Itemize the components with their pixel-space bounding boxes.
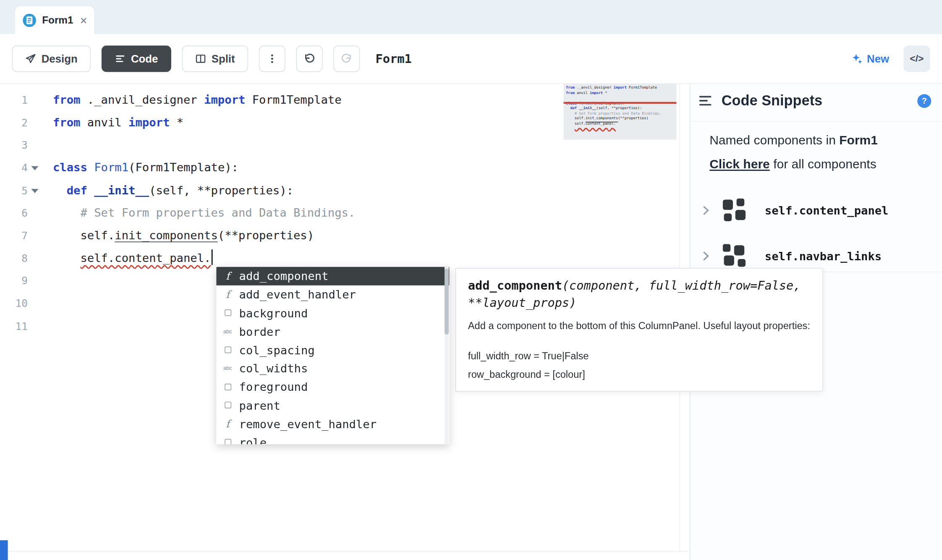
code-toggle-button[interactable]: </> bbox=[903, 46, 930, 72]
component-label: self.navbar_links bbox=[765, 249, 882, 262]
autocomplete-label: col_widths bbox=[239, 362, 308, 375]
new-button-label: New bbox=[867, 52, 889, 65]
doc-property-line: full_width_row = True|False bbox=[468, 350, 811, 361]
autocomplete-item-remove_event_handler[interactable]: fremove_event_handler bbox=[216, 414, 449, 433]
more-options-button[interactable] bbox=[259, 46, 285, 72]
help-icon[interactable]: ? bbox=[917, 94, 931, 108]
design-button[interactable]: Design bbox=[12, 46, 91, 72]
property-icon bbox=[220, 310, 236, 317]
autocomplete-label: role bbox=[239, 436, 267, 445]
minimap[interactable]: from ._anvil_designer import Form1Templa… bbox=[563, 84, 676, 140]
autocomplete-item-col_spacing[interactable]: col_spacing bbox=[216, 341, 449, 359]
method-icon: f bbox=[220, 418, 236, 430]
form-title: Form1 bbox=[375, 52, 411, 66]
snippets-title: Code Snippets bbox=[722, 92, 822, 109]
code-line: self.content_panel. bbox=[53, 247, 689, 270]
autocomplete-item-add_component[interactable]: fadd_component bbox=[216, 267, 449, 285]
undo-button[interactable] bbox=[296, 46, 323, 72]
method-icon: f bbox=[220, 270, 236, 282]
autocomplete-item-border[interactable]: abcborder bbox=[216, 322, 449, 341]
line-number: 11 bbox=[16, 320, 28, 332]
snippets-header: Code Snippets ? bbox=[690, 88, 942, 114]
autocomplete-label: background bbox=[239, 306, 308, 319]
named-components-form: Form1 bbox=[839, 133, 878, 147]
toolbar-right-group: New </> bbox=[852, 46, 930, 72]
redo-button[interactable] bbox=[333, 46, 360, 72]
autocomplete-scrollbar-thumb[interactable] bbox=[445, 269, 449, 335]
line-number: 9 bbox=[21, 275, 28, 287]
line-number: 6 bbox=[21, 207, 28, 219]
doc-tooltip: add_component(component, full_width_row=… bbox=[455, 268, 823, 391]
content-panel-icon bbox=[723, 199, 747, 222]
code-icon bbox=[115, 53, 126, 64]
autocomplete-item-add_event_handler[interactable]: fadd_event_handler bbox=[216, 285, 449, 304]
property-icon bbox=[220, 402, 236, 409]
doc-signature: add_component(component, full_width_row=… bbox=[468, 277, 811, 312]
autocomplete-item-col_widths[interactable]: abccol_widths bbox=[216, 359, 449, 378]
minimap-code: from ._anvil_designer import Form1Templa… bbox=[563, 84, 676, 140]
autocomplete-item-background[interactable]: background bbox=[216, 304, 449, 322]
property-icon bbox=[220, 439, 236, 445]
kebab-menu-icon bbox=[267, 53, 277, 64]
code-button-label: Code bbox=[131, 52, 158, 65]
snippets-header-divider bbox=[690, 121, 942, 122]
sparkle-icon bbox=[852, 53, 863, 64]
property-icon bbox=[220, 347, 236, 353]
property-icon bbox=[220, 384, 236, 390]
close-icon[interactable]: × bbox=[80, 14, 87, 26]
split-view-icon bbox=[195, 53, 206, 64]
app-window: Form1 × Design Code Split bbox=[0, 0, 942, 560]
line-number: 4 bbox=[21, 162, 28, 174]
all-components-line: Click here for all components bbox=[709, 157, 877, 171]
component-row-content-panel[interactable]: self.content_panel bbox=[690, 188, 942, 233]
line-number: 5 bbox=[21, 184, 28, 196]
form-icon bbox=[22, 13, 37, 27]
named-components-prefix: Named components in bbox=[709, 133, 839, 147]
tab-title: Form1 bbox=[42, 14, 73, 26]
doc-description: Add a component to the bottom of this Co… bbox=[468, 317, 811, 335]
line-number: 7 bbox=[21, 230, 28, 242]
line-number: 10 bbox=[16, 297, 28, 309]
redo-arrow-icon bbox=[340, 53, 353, 65]
autocomplete-item-foreground[interactable]: foreground bbox=[216, 377, 449, 396]
editor-gutter: 1234567891011 bbox=[0, 84, 46, 551]
autocomplete-popup: fadd_componentfadd_event_handlerbackgrou… bbox=[216, 267, 449, 445]
undo-arrow-icon bbox=[304, 53, 316, 65]
new-button[interactable]: New bbox=[852, 52, 889, 65]
all-components-link[interactable]: Click here bbox=[709, 157, 770, 171]
code-button[interactable]: Code bbox=[102, 46, 171, 72]
line-number: 3 bbox=[21, 139, 28, 152]
autocomplete-label: border bbox=[239, 325, 280, 338]
code-brackets-icon: </> bbox=[910, 53, 924, 64]
code-line: class Form1(Form1Template): bbox=[53, 157, 689, 179]
split-button-label: Split bbox=[212, 52, 235, 65]
method-icon: f bbox=[220, 288, 236, 301]
bottom-left-accent bbox=[0, 540, 8, 560]
doc-property-line: row_background = [colour] bbox=[468, 369, 811, 380]
form-tab[interactable]: Form1 × bbox=[14, 5, 95, 34]
autocomplete-list: fadd_componentfadd_event_handlerbackgrou… bbox=[216, 267, 449, 445]
chevron-right-icon[interactable] bbox=[702, 251, 709, 262]
hamburger-icon[interactable] bbox=[699, 95, 712, 106]
split-button[interactable]: Split bbox=[182, 46, 248, 72]
autocomplete-label: foreground bbox=[239, 380, 308, 393]
doc-method-name: add_component bbox=[468, 278, 562, 293]
navbar-links-icon bbox=[723, 244, 747, 268]
tab-strip: Form1 × bbox=[0, 0, 942, 34]
text-property-icon: abc bbox=[220, 328, 236, 334]
text-cursor bbox=[212, 249, 213, 265]
line-number: 2 bbox=[21, 117, 28, 129]
code-line: # Set Form properties and Data Bindings. bbox=[53, 202, 689, 225]
autocomplete-label: add_event_handler bbox=[239, 288, 356, 301]
code-line: def __init__(self, **properties): bbox=[53, 179, 689, 202]
autocomplete-item-parent[interactable]: parent bbox=[216, 396, 449, 414]
all-components-suffix: for all components bbox=[770, 157, 877, 171]
fold-toggle-icon[interactable] bbox=[31, 166, 38, 170]
component-label: self.content_panel bbox=[765, 204, 889, 217]
autocomplete-item-role[interactable]: role bbox=[216, 433, 449, 444]
autocomplete-label: parent bbox=[239, 399, 280, 412]
chevron-right-icon[interactable] bbox=[702, 205, 709, 216]
design-icon bbox=[25, 53, 36, 64]
fold-toggle-icon[interactable] bbox=[31, 188, 38, 193]
named-components-text: Named components in Form1 bbox=[709, 133, 878, 147]
